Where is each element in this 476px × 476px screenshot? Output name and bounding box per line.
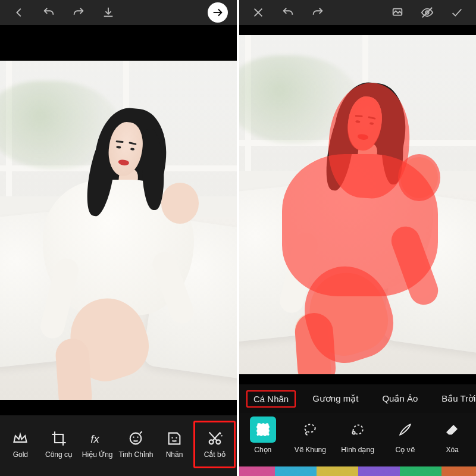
cutout-tool-row: Chọn Vẽ Khung Hình dạng Cọ vẽ Xóa — [239, 413, 476, 466]
fx-icon: fx — [89, 430, 106, 447]
svg-point-9 — [220, 433, 221, 434]
tool-tools[interactable]: Công cụ — [40, 421, 79, 468]
photo — [239, 35, 476, 374]
image-canvas[interactable] — [239, 25, 476, 384]
tool-label: Công cụ — [45, 450, 73, 459]
undo-icon — [42, 6, 55, 19]
lasso-shape-icon — [350, 422, 365, 437]
strike-eye-icon — [421, 6, 434, 19]
svg-point-6 — [176, 437, 177, 439]
tool-label: Xóa — [446, 446, 458, 454]
bottom-panel: Cá Nhân Gương mặt Quần Áo Bầu Trời Chọn … — [239, 384, 476, 476]
tool-label: Nhãn — [166, 450, 183, 459]
select-person-icon — [255, 422, 271, 437]
cutout-tool-outline[interactable]: Vẽ Khung — [287, 416, 334, 454]
sticker-icon — [166, 430, 183, 447]
save-button[interactable] — [95, 0, 121, 25]
svg-point-4 — [137, 437, 139, 438]
face-adjust-icon — [127, 430, 144, 447]
back-button[interactable] — [6, 0, 32, 25]
cutout-tool-brush[interactable]: Cọ vẽ — [381, 416, 429, 454]
tool-beautify[interactable]: Tinh Chỉnh — [117, 421, 155, 468]
brush-icon — [397, 422, 413, 437]
tool-label: Hình dạng — [341, 446, 374, 454]
photo — [0, 61, 237, 400]
top-toolbar — [239, 0, 476, 25]
tool-label: Vẽ Khung — [295, 446, 326, 454]
redo-button[interactable] — [305, 0, 331, 25]
preview-icon — [391, 6, 404, 19]
editor-screen-cutout: Cá Nhân Gương mặt Quần Áo Bầu Trời Chọn … — [238, 0, 476, 476]
svg-point-18 — [305, 424, 315, 432]
tool-label: Cắt bỏ — [204, 450, 226, 459]
top-toolbar — [0, 0, 237, 25]
image-canvas[interactable] — [0, 45, 237, 415]
svg-point-3 — [133, 437, 134, 438]
ad-banner[interactable] — [239, 466, 476, 476]
svg-point-10 — [221, 435, 222, 436]
redo-icon — [311, 6, 324, 19]
cutout-tool-shape[interactable]: Hình dạng — [334, 416, 381, 454]
check-icon — [450, 6, 464, 19]
redo-icon — [72, 6, 85, 19]
bottom-toolbar: Gold Công cụ fx Hiệu Ứng Tinh Chỉnh Nhãn… — [0, 415, 237, 476]
tool-gold[interactable]: Gold — [1, 421, 40, 468]
eraser-icon — [444, 422, 460, 437]
svg-point-5 — [171, 437, 173, 439]
tool-sticker[interactable]: Nhãn — [155, 421, 194, 468]
cutout-icon — [206, 430, 223, 447]
redo-button[interactable] — [65, 0, 92, 25]
tool-label: Gold — [13, 450, 28, 459]
editor-screen-main: Gold Công cụ fx Hiệu Ứng Tinh Chỉnh Nhãn… — [0, 0, 238, 476]
lasso-outline-icon — [302, 422, 318, 437]
tool-label: Tinh Chỉnh — [118, 450, 153, 459]
svg-point-17 — [261, 427, 265, 431]
canvas-padding — [0, 25, 237, 45]
next-button[interactable] — [205, 0, 231, 25]
back-icon — [12, 6, 26, 19]
crown-icon — [12, 430, 29, 447]
svg-point-19 — [352, 431, 355, 434]
forward-icon — [211, 6, 224, 19]
chip-sky[interactable]: Bầu Trời — [434, 390, 476, 408]
chip-clothes[interactable]: Quần Áo — [375, 390, 425, 408]
tool-effects[interactable]: fx Hiệu Ứng — [78, 421, 117, 468]
selection-category-row: Cá Nhân Gương mặt Quần Áo Bầu Trời — [239, 384, 476, 413]
svg-text:fx: fx — [90, 433, 99, 445]
close-icon — [252, 6, 265, 19]
cutout-tool-select[interactable]: Chọn — [239, 416, 287, 454]
crop-icon — [51, 430, 67, 447]
cutout-tool-erase[interactable]: Xóa — [428, 416, 476, 454]
tool-cutout[interactable]: Cắt bỏ — [193, 421, 236, 468]
chip-person[interactable]: Cá Nhân — [246, 390, 296, 408]
svg-point-2 — [130, 433, 142, 444]
close-button[interactable] — [245, 0, 271, 25]
undo-button[interactable] — [275, 0, 301, 25]
tool-label: Hiệu Ứng — [82, 450, 113, 459]
undo-icon — [281, 6, 295, 19]
confirm-button[interactable] — [444, 0, 470, 25]
chip-face[interactable]: Gương mặt — [305, 390, 365, 408]
preview-button[interactable] — [384, 0, 411, 25]
toggle-mask-button[interactable] — [414, 0, 440, 25]
tool-label: Chọn — [254, 446, 271, 454]
undo-button[interactable] — [36, 0, 62, 25]
tool-label: Cọ vẽ — [396, 446, 415, 454]
download-icon — [102, 6, 115, 19]
